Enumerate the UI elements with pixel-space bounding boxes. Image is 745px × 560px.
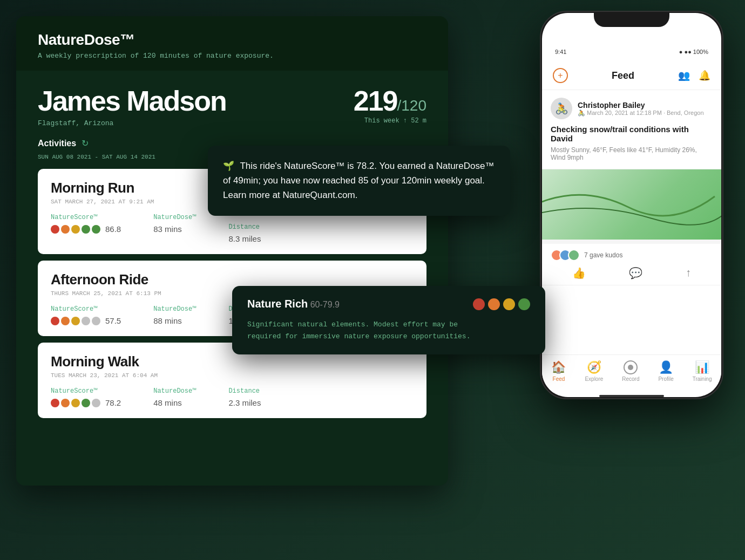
nature-rich-header: Nature Rich 60-79.9 (247, 298, 530, 310)
post-meta: 🚴 March 20, 2021 at 12:18 PM · Bend, Ore… (578, 110, 704, 117)
feed-icons: 👥 🔔 (678, 70, 710, 81)
post-avatar: 🚴 (551, 98, 572, 119)
comment-icon: 💬 (629, 267, 642, 279)
nature-dose-label-walk: NatureDose™ (153, 387, 196, 395)
nature-dose-value-walk: 48 mins (153, 398, 196, 407)
dot-r5 (92, 317, 100, 325)
desktop-panel: NatureDose™ A weekly prescription of 120… (16, 16, 448, 486)
app-subtitle: A weekly prescription of 120 minutes of … (38, 52, 426, 60)
record-nav-icon (624, 360, 638, 374)
kudos-row: 7 gave kudos (551, 249, 713, 261)
share-button[interactable]: ↑ (686, 267, 691, 279)
map-overlay (542, 169, 721, 240)
nr-dot-green (518, 298, 530, 310)
post-map (542, 169, 721, 240)
nature-dose-group-walk: NatureDose™ 48 mins (153, 387, 196, 407)
nature-rich-dots (473, 298, 530, 310)
phone-status-bar: 9:41 ● ●● 100% (542, 40, 721, 64)
post-weather: Mostly Sunny, 46°F, Feels like 41°F, Hum… (551, 146, 713, 161)
dot-5 (92, 225, 100, 234)
nature-rich-description: Significant natural elements. Modest eff… (247, 319, 530, 343)
phone-mockup: 9:41 ● ●● 100% + Feed 👥 🔔 🚴 Christopher (540, 11, 723, 399)
time-display: 9:41 (555, 49, 566, 55)
activity-stats-walk: NatureScore™ 78.2 NatureDose™ 48 mins (51, 387, 414, 407)
dot-r3 (71, 317, 80, 325)
training-nav-icon: 📊 (695, 360, 709, 374)
post-user-name: Christopher Bailey (578, 101, 704, 110)
phone-bottom-nav: 🏠 Feed 🧭 Explore Record 👤 Profile (542, 354, 721, 393)
distance-label-walk: Distance (228, 387, 261, 395)
nature-dose-label-ride: NatureDose™ (153, 305, 196, 313)
post-header: 🚴 Christopher Bailey 🚴 March 20, 2021 at… (551, 98, 713, 119)
profile-nav-label: Profile (658, 376, 673, 382)
nature-score-label: NatureScore™ (51, 214, 121, 221)
nature-dots: 86.8 (51, 224, 121, 234)
dot-w3 (71, 399, 80, 407)
record-icon-inner (628, 365, 633, 370)
user-name: James Madson (38, 87, 226, 115)
post-title: Checking snow/trail conditions with Davi… (551, 125, 713, 143)
people-icon[interactable]: 👥 (678, 70, 690, 81)
thumbs-up-button[interactable]: 👍 (572, 267, 586, 279)
score-val-walk: 78.2 (105, 398, 121, 407)
score-val-ride: 57.5 (105, 316, 121, 325)
add-icon[interactable]: + (553, 68, 568, 83)
nature-score-label-walk: NatureScore™ (51, 387, 121, 395)
kudos-avatar-3 (568, 249, 580, 261)
kudos-avatars (551, 249, 580, 261)
user-location: Flagstaff, Arizona (38, 119, 226, 127)
status-icons: ● ●● 100% (679, 49, 708, 55)
sprout-icon: 🌱 (223, 161, 234, 171)
feed-title: Feed (612, 70, 634, 81)
explore-nav-label: Explore (585, 376, 603, 382)
nr-dot-orange (488, 298, 500, 310)
dot-w4 (82, 399, 90, 407)
user-info: James Madson Flagstaff, Arizona (38, 87, 226, 127)
phone-feed-header: + Feed 👥 🔔 (542, 64, 721, 90)
activity-date-walk: TUES MARCH 23, 2021 AT 6:04 AM (51, 372, 414, 379)
nature-dots-ride: 57.5 (51, 316, 121, 325)
app-header: NatureDose™ A weekly prescription of 120… (16, 16, 448, 71)
weekly-score: 219/120 This week ↑ 52 m (354, 87, 426, 125)
distance-group-walk: Distance 2.3 miles (228, 387, 261, 407)
phone-content: 9:41 ● ●● 100% + Feed 👥 🔔 🚴 Christopher (542, 13, 721, 397)
score-label: This week ↑ 52 m (354, 117, 426, 125)
nav-profile[interactable]: 👤 Profile (658, 360, 673, 382)
nature-score-tooltip: 🌱 This ride's NatureScore™ is 78.2. You … (208, 146, 510, 216)
thumbs-up-icon: 👍 (572, 267, 586, 279)
comment-button[interactable]: 💬 (629, 267, 642, 279)
feed-nav-label: Feed (553, 376, 565, 382)
dot-w2 (61, 399, 70, 407)
nr-dot-red (473, 298, 485, 310)
nav-training[interactable]: 📊 Training (693, 360, 712, 382)
score-val: 86.8 (105, 224, 121, 234)
profile-nav-icon: 👤 (659, 360, 673, 374)
dot-2 (61, 225, 70, 234)
explore-nav-icon: 🧭 (587, 360, 601, 374)
activities-title: Activities (38, 139, 76, 148)
dot-1 (51, 225, 59, 234)
refresh-icon[interactable]: ↻ (82, 138, 89, 148)
score-number: 219 (354, 85, 397, 117)
bell-icon[interactable]: 🔔 (699, 70, 710, 81)
activity-name-walk: Morning Walk (51, 353, 414, 370)
home-indicator (599, 395, 664, 397)
post-card[interactable]: 🚴 Christopher Bailey 🚴 March 20, 2021 at… (542, 90, 721, 169)
tooltip-content: This ride's NatureScore™ is 78.2. You ea… (223, 161, 494, 200)
distance-val: 8.3 miles (228, 234, 261, 243)
bike-icon: 🚴 (555, 102, 568, 115)
dot-3 (71, 225, 80, 234)
dot-r1 (51, 317, 59, 325)
nature-score-label-ride: NatureScore™ (51, 305, 121, 313)
distance-value: Distance (228, 223, 261, 231)
distance-group: Distance 8.3 miles (228, 214, 261, 243)
nature-dots-walk: 78.2 (51, 398, 121, 407)
nav-feed[interactable]: 🏠 Feed (551, 360, 566, 382)
nature-dose-value: 83 mins (153, 224, 196, 234)
post-actions: 7 gave kudos 👍 💬 ↑ (542, 244, 721, 285)
nav-explore[interactable]: 🧭 Explore (585, 360, 603, 382)
score-total: /120 (397, 97, 427, 114)
nr-dot-yellow (503, 298, 515, 310)
nav-record[interactable]: Record (622, 360, 639, 382)
tooltip-text: 🌱 This ride's NatureScore™ is 78.2. You … (223, 159, 495, 203)
